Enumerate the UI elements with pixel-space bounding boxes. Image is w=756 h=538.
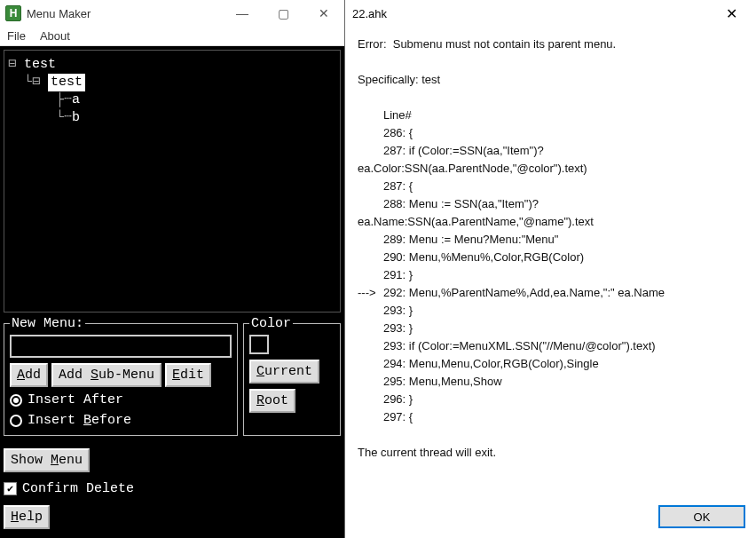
- radio-icon: [10, 394, 22, 407]
- radio-icon: [10, 415, 22, 427]
- tree-item[interactable]: └┄b: [8, 109, 336, 127]
- color-swatch[interactable]: [249, 335, 269, 354]
- tree-item[interactable]: ├┄a: [8, 91, 336, 109]
- show-menu-button[interactable]: Show Menu: [4, 448, 90, 472]
- menubar: File About: [0, 27, 344, 46]
- dialog-body: Error: Submenu must not contain its pare…: [345, 27, 756, 502]
- error-dialog: 22.ahk ✕ Error: Submenu must not contain…: [345, 0, 756, 538]
- new-menu-legend: New Menu:: [10, 316, 85, 331]
- checkbox-icon: ✔: [4, 482, 17, 495]
- dialog-close-button[interactable]: ✕: [713, 5, 749, 22]
- menu-name-input[interactable]: [10, 335, 232, 358]
- new-menu-group: New Menu: Add Add Sub-Menu Edit Insert A…: [4, 316, 238, 436]
- dialog-titlebar: 22.ahk ✕: [345, 0, 756, 27]
- insert-before-radio[interactable]: Insert Before: [10, 413, 232, 428]
- window-title: Menu Maker: [27, 7, 91, 20]
- ok-button[interactable]: OK: [658, 505, 745, 528]
- color-current-button[interactable]: Current: [249, 360, 319, 384]
- add-button[interactable]: Add: [10, 363, 48, 387]
- dialog-title: 22.ahk: [352, 7, 387, 20]
- color-root-button[interactable]: Root: [249, 389, 295, 413]
- menu-maker-window: H Menu Maker — ▢ ✕ File About ⊟ test └⊟ …: [0, 0, 345, 538]
- minimize-button[interactable]: —: [222, 0, 263, 27]
- menu-file[interactable]: File: [7, 29, 26, 43]
- close-button[interactable]: ✕: [303, 0, 344, 27]
- tree-root[interactable]: ⊟ test: [8, 56, 336, 74]
- client-area: ⊟ test └⊟ test ├┄a └┄b New Menu: Add Add…: [0, 46, 344, 538]
- dialog-footer: OK: [345, 502, 756, 538]
- confirm-delete-checkbox[interactable]: ✔ Confirm Delete: [4, 481, 134, 496]
- help-button[interactable]: Help: [4, 505, 50, 529]
- color-legend: Color: [249, 316, 293, 331]
- tree-view[interactable]: ⊟ test └⊟ test ├┄a └┄b: [4, 50, 341, 313]
- color-group: Color Current Root: [243, 316, 341, 436]
- add-submenu-button[interactable]: Add Sub-Menu: [51, 363, 161, 387]
- edit-button[interactable]: Edit: [165, 363, 211, 387]
- menu-about[interactable]: About: [40, 29, 70, 43]
- titlebar: H Menu Maker — ▢ ✕: [0, 0, 344, 27]
- maximize-button[interactable]: ▢: [263, 0, 303, 27]
- insert-after-radio[interactable]: Insert After: [10, 392, 232, 407]
- app-icon: H: [5, 5, 21, 21]
- tree-item-selected[interactable]: └⊟ test: [8, 74, 336, 91]
